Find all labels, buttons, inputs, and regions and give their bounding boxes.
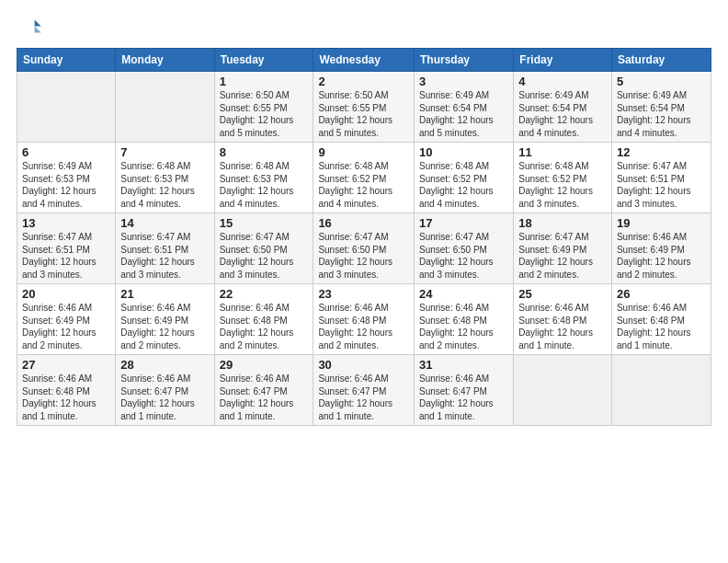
day-info: Sunrise: 6:46 AM Sunset: 6:49 PM Dayligh…	[120, 302, 209, 351]
day-info: Sunrise: 6:47 AM Sunset: 6:51 PM Dayligh…	[22, 231, 110, 281]
day-info: Sunrise: 6:46 AM Sunset: 6:48 PM Dayligh…	[220, 302, 309, 351]
day-number: 10	[419, 145, 508, 159]
day-info: Sunrise: 6:49 AM Sunset: 6:54 PM Dayligh…	[419, 89, 508, 139]
weekday-header-sunday: Sunday	[17, 49, 116, 72]
calendar-cell: 4Sunrise: 6:49 AM Sunset: 6:54 PM Daylig…	[514, 72, 612, 143]
day-number: 21	[120, 287, 209, 301]
calendar-cell: 1Sunrise: 6:50 AM Sunset: 6:55 PM Daylig…	[214, 72, 313, 143]
calendar-cell: 21Sunrise: 6:46 AM Sunset: 6:49 PM Dayli…	[116, 284, 214, 355]
calendar-week-3: 13Sunrise: 6:47 AM Sunset: 6:51 PM Dayli…	[17, 213, 711, 284]
day-number: 3	[419, 75, 508, 88]
day-info: Sunrise: 6:49 AM Sunset: 6:54 PM Dayligh…	[518, 89, 607, 139]
day-info: Sunrise: 6:48 AM Sunset: 6:52 PM Dayligh…	[419, 160, 508, 210]
page: SundayMondayTuesdayWednesdayThursdayFrid…	[0, 0, 728, 563]
calendar-cell: 23Sunrise: 6:46 AM Sunset: 6:48 PM Dayli…	[313, 284, 415, 355]
day-info: Sunrise: 6:47 AM Sunset: 6:51 PM Dayligh…	[617, 160, 706, 210]
day-info: Sunrise: 6:46 AM Sunset: 6:49 PM Dayligh…	[22, 302, 110, 351]
day-info: Sunrise: 6:50 AM Sunset: 6:55 PM Dayligh…	[318, 89, 409, 139]
svg-marker-0	[35, 20, 41, 27]
calendar-cell: 29Sunrise: 6:46 AM Sunset: 6:47 PM Dayli…	[214, 355, 313, 426]
calendar-cell: 8Sunrise: 6:48 AM Sunset: 6:53 PM Daylig…	[214, 143, 313, 213]
calendar-week-5: 27Sunrise: 6:46 AM Sunset: 6:48 PM Dayli…	[17, 355, 711, 426]
day-info: Sunrise: 6:47 AM Sunset: 6:49 PM Dayligh…	[518, 231, 607, 281]
day-number: 19	[617, 216, 706, 230]
calendar-cell	[116, 72, 214, 143]
calendar-cell: 6Sunrise: 6:49 AM Sunset: 6:53 PM Daylig…	[17, 143, 116, 213]
day-number: 12	[617, 145, 706, 159]
calendar-cell: 9Sunrise: 6:48 AM Sunset: 6:52 PM Daylig…	[313, 143, 415, 213]
day-number: 4	[518, 75, 607, 88]
day-info: Sunrise: 6:46 AM Sunset: 6:48 PM Dayligh…	[518, 302, 607, 351]
calendar-cell: 15Sunrise: 6:47 AM Sunset: 6:50 PM Dayli…	[214, 213, 313, 284]
calendar-cell	[514, 355, 612, 426]
day-info: Sunrise: 6:46 AM Sunset: 6:49 PM Dayligh…	[617, 231, 706, 281]
calendar-week-1: 1Sunrise: 6:50 AM Sunset: 6:55 PM Daylig…	[17, 72, 711, 143]
day-number: 7	[120, 145, 209, 159]
day-info: Sunrise: 6:47 AM Sunset: 6:50 PM Dayligh…	[220, 231, 309, 281]
day-number: 27	[22, 358, 110, 372]
day-number: 15	[220, 216, 309, 230]
calendar-cell: 26Sunrise: 6:46 AM Sunset: 6:48 PM Dayli…	[611, 284, 711, 355]
calendar-cell: 20Sunrise: 6:46 AM Sunset: 6:49 PM Dayli…	[17, 284, 116, 355]
day-number: 9	[318, 145, 409, 159]
header	[17, 15, 711, 40]
day-info: Sunrise: 6:46 AM Sunset: 6:47 PM Dayligh…	[318, 373, 409, 422]
day-number: 2	[318, 75, 409, 88]
day-number: 25	[518, 287, 607, 301]
calendar-cell: 2Sunrise: 6:50 AM Sunset: 6:55 PM Daylig…	[313, 72, 415, 143]
calendar-cell: 3Sunrise: 6:49 AM Sunset: 6:54 PM Daylig…	[414, 72, 513, 143]
calendar-cell: 7Sunrise: 6:48 AM Sunset: 6:53 PM Daylig…	[116, 143, 214, 213]
day-info: Sunrise: 6:46 AM Sunset: 6:48 PM Dayligh…	[617, 302, 706, 351]
calendar-cell: 30Sunrise: 6:46 AM Sunset: 6:47 PM Dayli…	[313, 355, 415, 426]
calendar-cell: 10Sunrise: 6:48 AM Sunset: 6:52 PM Dayli…	[414, 143, 513, 213]
day-info: Sunrise: 6:48 AM Sunset: 6:53 PM Dayligh…	[220, 160, 309, 210]
calendar-cell: 28Sunrise: 6:46 AM Sunset: 6:47 PM Dayli…	[116, 355, 214, 426]
day-number: 8	[220, 145, 309, 159]
day-number: 17	[419, 216, 508, 230]
calendar-cell: 24Sunrise: 6:46 AM Sunset: 6:48 PM Dayli…	[414, 284, 513, 355]
day-number: 24	[419, 287, 508, 301]
day-number: 20	[22, 287, 110, 301]
logo-icon	[17, 15, 42, 40]
day-info: Sunrise: 6:46 AM Sunset: 6:48 PM Dayligh…	[419, 302, 508, 351]
day-info: Sunrise: 6:46 AM Sunset: 6:48 PM Dayligh…	[22, 373, 110, 422]
day-number: 26	[617, 287, 706, 301]
calendar-cell: 27Sunrise: 6:46 AM Sunset: 6:48 PM Dayli…	[17, 355, 116, 426]
day-number: 1	[220, 75, 309, 88]
day-info: Sunrise: 6:46 AM Sunset: 6:47 PM Dayligh…	[120, 373, 209, 422]
weekday-header-friday: Friday	[514, 49, 612, 72]
calendar-cell	[17, 72, 116, 143]
day-info: Sunrise: 6:47 AM Sunset: 6:50 PM Dayligh…	[318, 231, 409, 281]
calendar-cell: 12Sunrise: 6:47 AM Sunset: 6:51 PM Dayli…	[611, 143, 711, 213]
day-info: Sunrise: 6:48 AM Sunset: 6:53 PM Dayligh…	[120, 160, 209, 210]
calendar-cell: 17Sunrise: 6:47 AM Sunset: 6:50 PM Dayli…	[414, 213, 513, 284]
day-info: Sunrise: 6:46 AM Sunset: 6:48 PM Dayligh…	[318, 302, 409, 351]
day-number: 29	[220, 358, 309, 372]
day-number: 16	[318, 216, 409, 230]
calendar-cell: 22Sunrise: 6:46 AM Sunset: 6:48 PM Dayli…	[214, 284, 313, 355]
day-number: 28	[120, 358, 209, 372]
logo	[17, 15, 46, 40]
calendar-cell: 25Sunrise: 6:46 AM Sunset: 6:48 PM Dayli…	[514, 284, 612, 355]
day-info: Sunrise: 6:48 AM Sunset: 6:52 PM Dayligh…	[518, 160, 607, 210]
weekday-header-wednesday: Wednesday	[313, 49, 415, 72]
day-info: Sunrise: 6:49 AM Sunset: 6:53 PM Dayligh…	[22, 160, 110, 210]
calendar-cell: 5Sunrise: 6:49 AM Sunset: 6:54 PM Daylig…	[611, 72, 711, 143]
day-number: 22	[220, 287, 309, 301]
calendar-cell: 18Sunrise: 6:47 AM Sunset: 6:49 PM Dayli…	[514, 213, 612, 284]
weekday-header-tuesday: Tuesday	[214, 49, 313, 72]
day-number: 5	[617, 75, 706, 88]
day-number: 31	[419, 358, 508, 372]
day-number: 13	[22, 216, 110, 230]
day-number: 11	[518, 145, 607, 159]
day-info: Sunrise: 6:46 AM Sunset: 6:47 PM Dayligh…	[220, 373, 309, 422]
day-number: 14	[120, 216, 209, 230]
day-info: Sunrise: 6:48 AM Sunset: 6:52 PM Dayligh…	[318, 160, 409, 210]
weekday-header-monday: Monday	[116, 49, 214, 72]
day-number: 23	[318, 287, 409, 301]
calendar-cell: 16Sunrise: 6:47 AM Sunset: 6:50 PM Dayli…	[313, 213, 415, 284]
calendar-table: SundayMondayTuesdayWednesdayThursdayFrid…	[17, 48, 711, 426]
calendar-cell: 11Sunrise: 6:48 AM Sunset: 6:52 PM Dayli…	[514, 143, 612, 213]
day-info: Sunrise: 6:47 AM Sunset: 6:51 PM Dayligh…	[120, 231, 209, 281]
calendar-week-4: 20Sunrise: 6:46 AM Sunset: 6:49 PM Dayli…	[17, 284, 711, 355]
